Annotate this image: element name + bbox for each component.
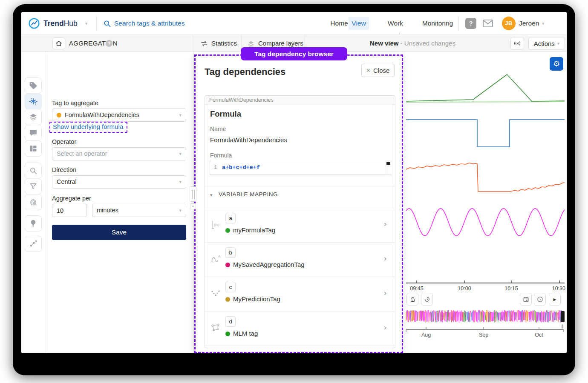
user-chevron-down-icon[interactable]: ▾ [542,12,545,35]
show-underlying-formula-link[interactable]: Show underlying formula [53,123,123,130]
nav-item-home[interactable]: Home [328,17,350,30]
navbar-divider [96,16,97,31]
broadcast-button[interactable] [510,37,524,50]
help-icon[interactable]: ? [465,18,476,29]
section-divider [205,186,396,186]
brand-chevron-down-icon[interactable]: ▾ [85,12,88,35]
history-button[interactable] [421,293,433,306]
tag-color-dot [225,228,230,233]
search-input[interactable] [114,17,297,30]
sidebar-item-comments[interactable] [25,125,42,141]
play-icon: ▸ [553,296,556,303]
sidebar-item-layers[interactable] [25,109,42,125]
select-chevron-down-icon: ▾ [179,148,182,160]
variable-row-d[interactable]: d MLM tag › [205,312,396,346]
user-name[interactable]: Jeroen [519,12,539,35]
actions-label: Actions [534,40,555,47]
sidebar-item-search[interactable] [25,163,42,179]
formula-card: FormulaWithDependencies Formula Name For… [205,95,395,348]
brand-bold: Trend [43,19,64,28]
view-title: New view - Unsaved changes [370,35,455,52]
mlm-nodes-icon [210,323,221,334]
sidebar-item-fingerprint[interactable] [25,194,42,210]
sidebar-item-ideas[interactable] [25,215,42,232]
home-button[interactable] [52,37,65,49]
nav-item-work-organizer[interactable]: Work organizer [373,17,418,30]
name-value: FormulaWithDependencies [210,136,287,143]
collapse-chevron-down-icon[interactable]: ▾ [210,192,213,198]
search-icon [29,166,37,175]
gear-icon: ⚙ [553,60,560,68]
tag-to-aggregate-select[interactable]: FormulaWithDependencies ▾ [52,109,186,122]
chart-settings-button[interactable]: ⚙ [550,57,563,71]
view-status-text: - Unsaved changes [401,40,455,47]
search-icon [103,20,111,28]
navbar-divider-2 [458,16,459,31]
dashboard-icon [29,144,37,153]
save-button[interactable]: Save [52,225,186,240]
comment-icon [29,129,37,137]
play-forward-button[interactable]: ▸ [549,293,561,306]
operator-label: Operator [52,138,76,145]
variable-mapping-heading: VARIABLE MAPPING [219,191,278,197]
variable-row-c[interactable]: c MyPredictionTag › [205,277,396,312]
tag-icon [29,81,37,90]
aggregate-value-input[interactable] [52,204,87,217]
close-button[interactable]: × Close [361,64,395,77]
direction-value: Central [57,178,77,185]
calendar-icon [522,296,530,303]
card-header: FormulaWithDependencies [205,96,395,105]
actions-button[interactable]: Actions▾ [528,37,565,50]
avatar[interactable]: JB [502,17,516,30]
toolbar-divider [194,35,194,52]
formula-heading: Formula [210,109,241,119]
home-icon [55,40,62,47]
variable-badge: c [225,282,236,292]
aggregate-unit-value: minutes [97,207,118,214]
panel-resize-handle[interactable] [190,186,196,202]
show-formula-annotation-box: Show underlying formula [49,122,127,133]
calendar-button[interactable] [520,293,532,306]
tag-name: MyPredictionTag [233,295,280,303]
sidebar-item-filter[interactable] [25,178,42,194]
tag-name: MySavedAggregationTag [233,261,305,268]
tag-color-dot [225,332,230,336]
clock-button[interactable] [534,293,546,306]
nav-item-monitoring[interactable]: Monitoring [420,17,455,30]
close-label: Close [373,67,389,74]
svg-text:09:45: 09:45 [410,286,423,292]
grip-bar [192,190,193,199]
panel-collapse-button[interactable]: × [190,203,196,209]
grip-bar [194,190,195,199]
help-circle-icon[interactable]: ? [106,40,112,47]
direction-select[interactable]: Central ▾ [52,175,186,189]
tag-name: myFormulaTag [233,226,275,234]
sidebar-item-connections[interactable] [25,236,42,252]
sidebar-item-dashboard[interactable] [25,140,42,157]
operator-select[interactable]: Select an operator ▾ [52,147,186,160]
lightbulb-icon [29,219,37,228]
variable-row-b[interactable]: A A b MySavedAggregationTag › [205,243,396,277]
variable-badge: d [225,316,236,327]
brand-name[interactable]: TrendHub [43,12,78,35]
operator-placeholder: Select an operator [57,150,107,157]
tab-statistics[interactable]: Statistics [211,35,237,52]
tag-color-dot [57,113,61,117]
close-icon: × [366,67,370,74]
aggregation-panel: Tag to aggregate FormulaWithDependencies… [46,52,194,353]
sidebar-item-aggregation[interactable] [25,93,42,109]
tag-dependencies-modal: Tag dependencies × Close FormulaWithDepe… [196,56,402,353]
direction-label: Direction [52,166,76,173]
mail-icon[interactable] [482,19,493,28]
sidebar-item-tags[interactable] [25,77,42,94]
svg-text:Sep: Sep [479,332,488,338]
variable-row-a[interactable]: f(x) a myFormulaTag › [205,208,396,243]
chevron-right-icon: › [384,254,386,263]
lock-button[interactable] [406,293,418,306]
formula-editor[interactable]: 1 a+b+c+d+e+f [210,161,391,174]
svg-text:A: A [211,260,213,263]
swap-arrows-icon [200,40,208,48]
nav-item-view[interactable]: View [349,17,369,30]
aggregate-unit-select[interactable]: minutes ▾ [92,204,186,217]
svg-text:f(x): f(x) [214,223,219,227]
